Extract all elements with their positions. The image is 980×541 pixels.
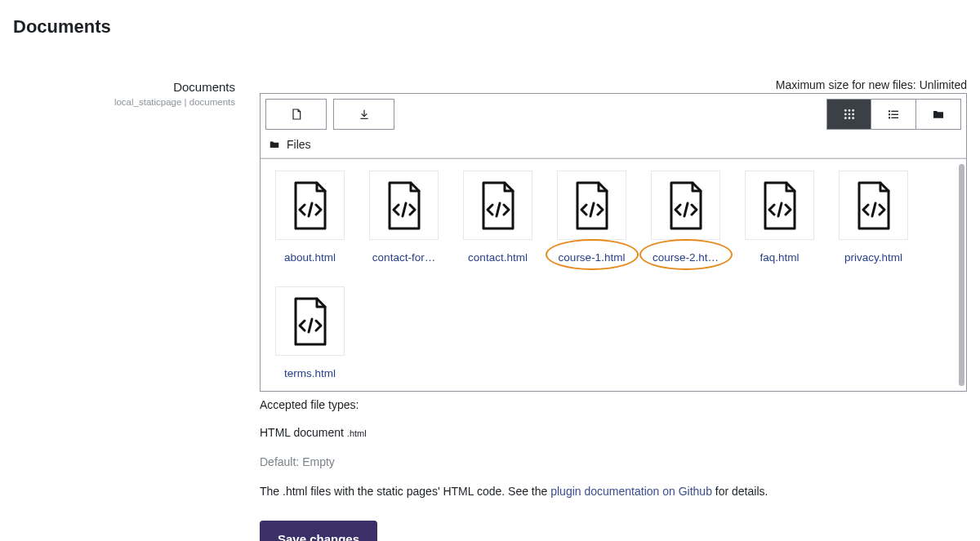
svg-point-5 [852, 113, 853, 115]
view-grid-button[interactable] [826, 99, 871, 130]
view-list-button[interactable] [871, 99, 916, 130]
file-label: faq.html [739, 251, 821, 264]
svg-point-1 [848, 109, 849, 111]
file-item[interactable]: privacy.html [839, 171, 908, 264]
svg-point-4 [848, 113, 849, 115]
code-file-icon [839, 171, 908, 240]
folder-fill-icon [269, 139, 280, 150]
svg-point-7 [848, 118, 849, 119]
field-label: Documents [13, 80, 235, 94]
file-grid: about.html contact-for… contact.html cou… [261, 158, 966, 391]
max-size-label: Maximum size for new files: Unlimited [260, 78, 967, 91]
file-icon [290, 108, 303, 121]
svg-rect-13 [889, 117, 890, 118]
code-file-icon [369, 171, 439, 240]
svg-rect-11 [889, 113, 890, 115]
file-picker: Files about.html contact-for… contact.ht… [260, 93, 967, 392]
svg-rect-14 [891, 118, 898, 118]
page-title: Documents [13, 16, 967, 38]
file-item[interactable]: contact.html [463, 171, 532, 264]
file-item[interactable]: about.html [275, 171, 345, 264]
file-item[interactable]: terms.html [275, 286, 345, 379]
description-suffix: for details. [712, 485, 768, 498]
path-label: Files [287, 138, 311, 151]
accepted-type-row: HTML document .html [260, 426, 967, 439]
field-sub: local_staticpage | documents [13, 97, 235, 107]
file-label: privacy.html [833, 251, 915, 264]
view-tree-button[interactable] [916, 99, 961, 130]
file-label: terms.html [270, 367, 351, 379]
accepted-types-label: Accepted file types: [260, 398, 967, 411]
code-file-icon [557, 171, 626, 240]
file-item[interactable]: course-2.ht… [651, 171, 720, 264]
file-item[interactable]: course-1.html [557, 171, 626, 264]
file-label: course-1.html [551, 251, 633, 264]
file-label: course-2.ht… [645, 251, 727, 264]
svg-point-3 [844, 113, 846, 115]
accepted-type-name: HTML document [260, 426, 344, 439]
code-file-icon [463, 171, 532, 240]
filepicker-toolbar [261, 94, 966, 135]
accepted-type-ext: .html [347, 428, 367, 438]
folder-fill-icon [932, 108, 945, 121]
svg-point-0 [844, 109, 846, 111]
file-item[interactable]: contact-for… [369, 171, 439, 264]
list-icon [887, 108, 900, 121]
save-button[interactable]: Save changes [260, 521, 377, 541]
svg-rect-10 [891, 111, 898, 112]
description: The .html files with the static pages' H… [260, 485, 967, 498]
code-file-icon [651, 171, 720, 240]
code-file-icon [275, 171, 345, 240]
code-file-icon [275, 286, 345, 356]
svg-point-8 [852, 118, 853, 119]
download-icon [358, 108, 371, 121]
svg-point-6 [844, 118, 846, 119]
code-file-icon [745, 171, 814, 240]
description-prefix: The .html files with the static pages' H… [260, 485, 550, 498]
plugin-doc-link[interactable]: plugin documentation on Github [550, 485, 712, 498]
svg-point-2 [852, 109, 853, 111]
svg-rect-12 [891, 114, 898, 115]
default-label: Default: Empty [260, 455, 967, 468]
svg-rect-9 [889, 110, 890, 112]
breadcrumb[interactable]: Files [261, 135, 966, 158]
download-button[interactable] [333, 99, 394, 130]
scrollbar[interactable] [959, 164, 964, 386]
grid-icon [843, 108, 856, 121]
add-file-button[interactable] [265, 99, 327, 130]
file-item[interactable]: faq.html [745, 171, 814, 264]
file-label: contact.html [457, 251, 539, 264]
file-label: about.html [270, 251, 351, 264]
file-label: contact-for… [363, 251, 445, 264]
